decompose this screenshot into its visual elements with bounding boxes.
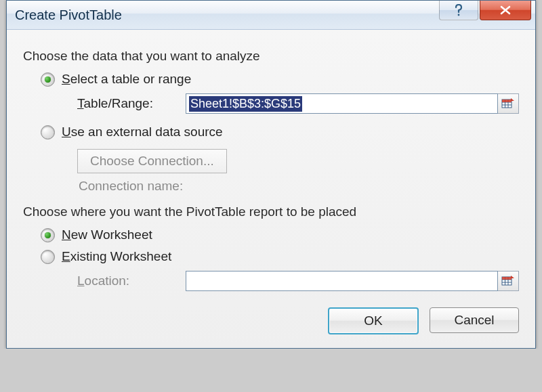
option-external-source-label: Use an external data source [62, 125, 223, 139]
table-range-picker-button[interactable] [498, 93, 519, 114]
titlebar-buttons [439, 1, 535, 29]
table-range-value: Sheet1!$B$3:$G$15 [189, 96, 302, 112]
help-icon [453, 4, 464, 16]
svg-rect-6 [502, 100, 512, 102]
radio-existing-worksheet[interactable] [41, 250, 55, 264]
table-range-label: Table/Range: [77, 96, 179, 111]
close-icon [499, 5, 512, 15]
location-input[interactable] [186, 271, 498, 291]
dialog-title: Create PivotTable [7, 7, 439, 23]
titlebar: Create PivotTable [7, 1, 535, 30]
cancel-button[interactable]: Cancel [430, 307, 519, 333]
radio-external-source[interactable] [41, 125, 55, 139]
option-select-table-range[interactable]: Select a table or range [41, 72, 519, 87]
external-source-sub: Choose Connection... Connection name: [77, 146, 519, 194]
close-button[interactable] [480, 1, 531, 20]
range-picker-icon [501, 97, 515, 110]
option-existing-worksheet-label: Existing Worksheet [62, 249, 171, 264]
section-analyze-label: Choose the data that you want to analyze [23, 49, 519, 64]
radio-select-table-range[interactable] [41, 72, 55, 87]
option-external-source[interactable]: Use an external data source [41, 125, 519, 139]
connection-name-label: Connection name: [79, 179, 519, 194]
location-label: Location: [77, 274, 179, 288]
create-pivottable-dialog: Create PivotTable Choose the data that y… [6, 0, 536, 349]
svg-point-0 [458, 14, 460, 16]
radio-new-worksheet[interactable] [41, 228, 55, 242]
option-existing-worksheet[interactable]: Existing Worksheet [41, 249, 519, 264]
svg-rect-12 [502, 277, 512, 280]
ok-button[interactable]: OK [328, 307, 419, 334]
help-button[interactable] [439, 1, 478, 20]
table-range-row: Table/Range: Sheet1!$B$3:$G$15 [77, 93, 519, 114]
dialog-body: Choose the data that you want to analyze… [7, 30, 535, 348]
dialog-footer: OK Cancel [23, 295, 519, 334]
location-picker-button[interactable] [498, 271, 519, 291]
choose-connection-button: Choose Connection... [77, 149, 227, 173]
section-place-label: Choose where you want the PivotTable rep… [23, 204, 519, 219]
option-new-worksheet[interactable]: New Worksheet [41, 227, 519, 242]
option-new-worksheet-label: New Worksheet [62, 227, 152, 242]
option-select-table-range-label: Select a table or range [62, 72, 191, 87]
range-picker-icon [501, 274, 515, 288]
table-range-input[interactable]: Sheet1!$B$3:$G$15 [186, 93, 498, 114]
location-row: Location: [77, 271, 519, 291]
